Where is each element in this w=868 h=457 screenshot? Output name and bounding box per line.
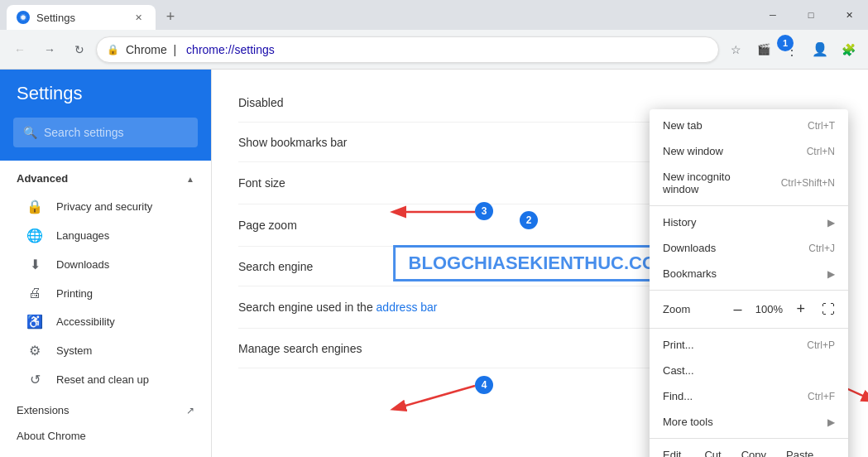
toolbar-actions: ☆ 🎬 1 ⋮ 👤 🧩 <box>722 36 861 63</box>
sidebar-item-languages[interactable]: 🌐 Languages <box>0 221 211 250</box>
sidebar-item-privacy[interactable]: 🔒 Privacy and security <box>0 192 211 221</box>
history-label: History <box>663 216 827 228</box>
copy-button[interactable]: Copy <box>731 445 776 457</box>
maximize-button[interactable]: □ <box>792 0 830 30</box>
new-tab-button[interactable]: + <box>159 5 182 28</box>
tab-title: Settings <box>36 12 124 24</box>
search-placeholder: Search settings <box>44 126 124 139</box>
address-bar[interactable]: 🔒 Chrome | chrome://settings <box>96 36 719 63</box>
settings-page-title: Settings <box>0 70 211 111</box>
advanced-collapse-icon <box>186 171 194 185</box>
menu-item-bookmarks[interactable]: Bookmarks ▶ <box>650 261 848 286</box>
sidebar-item-accessibility[interactable]: ♿ Accessibility <box>0 307 211 336</box>
search-engine-desc-text: Search engine used in the <box>238 301 373 314</box>
window-controls: ─ □ ✕ <box>754 0 868 30</box>
extensions-label: Extensions <box>17 404 70 416</box>
search-engine-label: Search engine <box>238 260 313 273</box>
bookmarks-arrow-icon: ▶ <box>827 268 835 280</box>
bookmarks-label: Show bookmarks bar <box>238 136 348 149</box>
more-tools-arrow-icon: ▶ <box>827 416 835 428</box>
search-settings-area: 🔍 Search settings <box>0 111 211 161</box>
reload-button[interactable]: ↻ <box>66 36 93 63</box>
new-incognito-label: New incognito window <box>663 171 768 195</box>
advanced-section: Advanced 🔒 Privacy and security 🌐 Langua… <box>0 161 211 397</box>
close-button[interactable]: ✕ <box>830 0 868 30</box>
advanced-label: Advanced <box>17 172 68 185</box>
zoom-fullscreen-button[interactable]: ⛶ <box>822 302 835 317</box>
disabled-label: Disabled <box>238 96 283 109</box>
sidebar-item-downloads[interactable]: ⬇ Downloads <box>0 250 211 279</box>
languages-label: Languages <box>56 229 109 242</box>
find-shortcut: Ctrl+F <box>808 391 835 402</box>
menu-button[interactable]: 1 ⋮ <box>779 36 805 63</box>
sidebar-item-extensions[interactable]: Extensions ↗ <box>0 397 211 423</box>
reset-label: Reset and clean up <box>56 373 149 386</box>
back-button[interactable]: ← <box>7 36 33 63</box>
manage-label: Manage search engines <box>238 342 362 355</box>
menu-item-cast[interactable]: Cast... <box>650 358 848 383</box>
paste-button[interactable]: Paste <box>776 445 823 457</box>
zoom-minus-button[interactable]: – <box>727 297 748 321</box>
extensions-external-icon: ↗ <box>186 405 194 416</box>
print-label: Print... <box>663 339 794 351</box>
menu-item-print[interactable]: Print... Ctrl+P <box>650 332 848 358</box>
bookmark-button[interactable]: ☆ <box>722 36 749 63</box>
menu-item-history[interactable]: History ▶ <box>650 209 848 235</box>
tab-close-button[interactable]: ✕ <box>131 10 146 25</box>
menu-item-new-tab[interactable]: New tab Ctrl+T <box>650 113 848 138</box>
page-zoom-label: Page zoom <box>238 219 297 232</box>
menu-divider-1 <box>650 205 848 206</box>
cut-button[interactable]: Cut <box>694 445 731 457</box>
menu-divider-4 <box>650 438 848 439</box>
forward-button[interactable]: → <box>36 36 63 63</box>
extensions-button[interactable]: 🧩 <box>835 36 861 63</box>
cast-label: Cast... <box>663 364 835 377</box>
lock-icon: 🔒 <box>107 44 119 55</box>
reset-icon: ↺ <box>26 372 43 387</box>
new-tab-shortcut: Ctrl+T <box>808 120 835 132</box>
advanced-header[interactable]: Advanced <box>0 164 211 192</box>
sidebar-item-reset[interactable]: ↺ Reset and clean up <box>0 365 211 394</box>
printing-label: Printing <box>56 287 93 300</box>
system-label: System <box>56 344 92 357</box>
context-menu: New tab Ctrl+T New window Ctrl+N New inc… <box>650 109 848 457</box>
omnibox-prefix: Chrome | <box>126 43 180 56</box>
sidebar-item-about[interactable]: About Chrome <box>0 423 211 449</box>
account-button[interactable]: 👤 <box>807 36 833 63</box>
languages-icon: 🌐 <box>26 228 43 243</box>
annotation-circle-4: 4 <box>475 376 493 394</box>
zoom-plus-button[interactable]: + <box>789 297 812 321</box>
minimize-button[interactable]: ─ <box>754 0 792 30</box>
browser-frame: Settings ✕ + ─ □ ✕ ← → ↻ 🔒 Chrome | chro… <box>0 0 868 457</box>
about-label: About Chrome <box>17 430 86 442</box>
zoom-row: Zoom – 100% + ⛶ <box>650 294 848 325</box>
tab-favicon <box>17 11 30 24</box>
address-bar-link[interactable]: address bar <box>376 301 438 314</box>
menu-divider-2 <box>650 290 848 291</box>
svg-line-2 <box>394 386 475 409</box>
font-size-label: Font size <box>238 176 285 190</box>
browser-tab[interactable]: Settings ✕ <box>7 5 156 30</box>
sidebar-item-printing[interactable]: 🖨 Printing <box>0 279 211 307</box>
search-settings-input[interactable]: 🔍 Search settings <box>13 118 198 147</box>
address-bar-desc: Search engine used in the address bar <box>238 301 438 314</box>
menu-item-new-window[interactable]: New window Ctrl+N <box>650 138 848 164</box>
search-icon: 🔍 <box>23 126 37 139</box>
accessibility-icon: ♿ <box>26 314 43 330</box>
title-bar: Settings ✕ + ─ □ ✕ <box>0 0 868 30</box>
menu-divider-3 <box>650 328 848 329</box>
annotation-circle-2: 2 <box>520 211 538 229</box>
omnibox-url: chrome://settings <box>186 43 275 56</box>
menu-item-new-incognito[interactable]: New incognito window Ctrl+Shift+N <box>650 164 848 202</box>
privacy-icon: 🔒 <box>26 199 43 214</box>
menu-item-find[interactable]: Find... Ctrl+F <box>650 383 848 409</box>
media-button[interactable]: 🎬 <box>751 36 777 63</box>
bookmarks-menu-label: Bookmarks <box>663 267 827 280</box>
annotation-circle-1: 1 <box>777 35 794 51</box>
sidebar-item-system[interactable]: ⚙ System <box>0 336 211 365</box>
downloads-menu-label: Downloads <box>663 242 795 254</box>
menu-item-downloads[interactable]: Downloads Ctrl+J <box>650 235 848 261</box>
zoom-value: 100% <box>748 303 789 315</box>
menu-item-more-tools[interactable]: More tools ▶ <box>650 409 848 435</box>
more-tools-label: More tools <box>663 416 827 428</box>
